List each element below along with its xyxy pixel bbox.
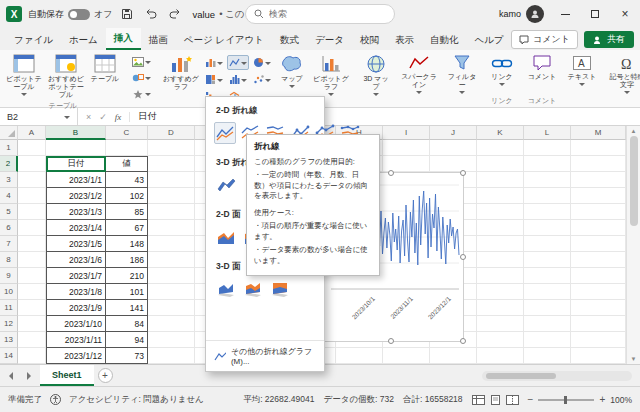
cell-D13[interactable] <box>148 332 195 348</box>
account-button[interactable]: kamo <box>499 5 544 23</box>
cell-L4[interactable] <box>524 188 571 204</box>
column-header-J[interactable]: J <box>430 126 477 140</box>
cell-B1[interactable] <box>46 140 106 156</box>
formula-input[interactable]: 日付 <box>130 110 164 123</box>
cell-B10[interactable]: 2023/1/8 <box>46 284 106 300</box>
cell-I1[interactable] <box>383 140 430 156</box>
menu-item-3d-100-stacked-area[interactable] <box>268 278 292 300</box>
cell-C5[interactable]: 85 <box>106 204 148 220</box>
cell-K12[interactable] <box>477 316 524 332</box>
cancel-formula-icon[interactable]: × <box>86 112 91 122</box>
cell-C14[interactable]: 73 <box>106 348 148 364</box>
cell-C4[interactable]: 102 <box>106 188 148 204</box>
insert-statistic-chart-button[interactable] <box>227 72 249 87</box>
cell-A11[interactable] <box>18 300 46 316</box>
cell-C12[interactable]: 84 <box>106 316 148 332</box>
cell-A9[interactable] <box>18 268 46 284</box>
tab-view[interactable]: 表示 <box>387 30 422 50</box>
cell-A7[interactable] <box>18 236 46 252</box>
cell-M10[interactable] <box>571 284 626 300</box>
cell-M8[interactable] <box>571 252 626 268</box>
column-header-C[interactable]: C <box>106 126 148 140</box>
insert-hierarchy-chart-button[interactable] <box>203 72 225 87</box>
menu-item-area[interactable] <box>214 226 238 248</box>
tab-review[interactable]: 校閲 <box>352 30 387 50</box>
cell-D10[interactable] <box>148 284 195 300</box>
cell-K3[interactable] <box>477 172 524 188</box>
cell-A6[interactable] <box>18 220 46 236</box>
pictures-button[interactable] <box>130 55 153 69</box>
chart-resize-handle[interactable] <box>460 338 466 344</box>
cell-M6[interactable] <box>571 220 626 236</box>
insert-line-chart-button[interactable] <box>227 55 249 70</box>
cell-B13[interactable]: 2023/1/11 <box>46 332 106 348</box>
accessibility-status[interactable]: アクセシビリティ: 問題ありません <box>69 394 204 406</box>
cell-L10[interactable] <box>524 284 571 300</box>
save-button[interactable] <box>118 5 136 23</box>
cell-C2[interactable]: 値 <box>106 156 148 172</box>
cell-D8[interactable] <box>148 252 195 268</box>
row-header-4[interactable]: 4 <box>0 188 18 204</box>
cell-C7[interactable]: 148 <box>106 236 148 252</box>
cell-A3[interactable] <box>18 172 46 188</box>
cell-D11[interactable] <box>148 300 195 316</box>
tab-data[interactable]: データ <box>307 30 352 50</box>
column-header-I[interactable]: I <box>383 126 430 140</box>
sheet-nav-right-icon[interactable] <box>22 369 36 383</box>
cell-L6[interactable] <box>524 220 571 236</box>
cell-B5[interactable]: 2023/1/3 <box>46 204 106 220</box>
cell-D4[interactable] <box>148 188 195 204</box>
undo-button[interactable] <box>142 5 160 23</box>
cell-K14[interactable] <box>477 348 524 364</box>
zoom-level[interactable]: 100% <box>610 395 632 405</box>
cell-L2[interactable] <box>524 156 571 172</box>
row-header-1[interactable]: 1 <box>0 140 18 156</box>
cell-B14[interactable]: 2023/1/12 <box>46 348 106 364</box>
cell-K10[interactable] <box>477 284 524 300</box>
cell-C3[interactable]: 43 <box>106 172 148 188</box>
symbols-button[interactable]: Ω 記号と特殊文字 <box>605 52 640 96</box>
cell-C1[interactable] <box>106 140 148 156</box>
row-header-5[interactable]: 5 <box>0 204 18 220</box>
menu-item-3d-stacked-area[interactable] <box>241 278 265 300</box>
cell-L3[interactable] <box>524 172 571 188</box>
autosave-toggle-track[interactable] <box>68 9 90 20</box>
more-line-charts-item[interactable]: その他の折れ線グラフ(M)... <box>206 340 324 371</box>
tab-home[interactable]: ホーム <box>61 30 106 50</box>
close-button[interactable]: × <box>610 0 640 28</box>
row-header-10[interactable]: 10 <box>0 284 18 300</box>
search-input[interactable] <box>269 9 379 19</box>
cell-L9[interactable] <box>524 268 571 284</box>
cell-M5[interactable] <box>571 204 626 220</box>
share-button[interactable]: 共有 <box>584 31 634 48</box>
cell-M2[interactable] <box>571 156 626 172</box>
cell-K2[interactable] <box>477 156 524 172</box>
insert-column-chart-button[interactable] <box>203 55 225 70</box>
chart-resize-handle[interactable] <box>460 170 466 176</box>
cell-A5[interactable] <box>18 204 46 220</box>
cell-M12[interactable] <box>571 316 626 332</box>
insert-pie-chart-button[interactable] <box>251 55 273 70</box>
autosave-toggle[interactable]: 自動保存 オフ <box>28 8 112 21</box>
link-button[interactable]: リンク <box>485 52 519 88</box>
cell-J1[interactable] <box>430 140 477 156</box>
cell-D5[interactable] <box>148 204 195 220</box>
pivot-table-button[interactable]: ピボットテーブル <box>4 52 44 98</box>
column-header-A[interactable]: A <box>18 126 46 140</box>
column-header-M[interactable]: M <box>571 126 626 140</box>
cell-A12[interactable] <box>18 316 46 332</box>
row-header-12[interactable]: 12 <box>0 316 18 332</box>
row-header-9[interactable]: 9 <box>0 268 18 284</box>
row-header-14[interactable]: 14 <box>0 348 18 364</box>
menu-item-3d-area[interactable] <box>214 278 238 300</box>
cell-C11[interactable]: 141 <box>106 300 148 316</box>
redo-button[interactable] <box>166 5 184 23</box>
comment-button[interactable]: コメント <box>525 52 559 83</box>
tab-formulas[interactable]: 数式 <box>272 30 307 50</box>
cell-D1[interactable] <box>148 140 195 156</box>
pivot-chart-button[interactable]: ピボットグラフ <box>309 52 353 98</box>
cell-B9[interactable]: 2023/1/7 <box>46 268 106 284</box>
page-break-view-icon[interactable] <box>506 395 519 405</box>
cell-K11[interactable] <box>477 300 524 316</box>
text-button[interactable]: A テキスト <box>565 52 599 88</box>
